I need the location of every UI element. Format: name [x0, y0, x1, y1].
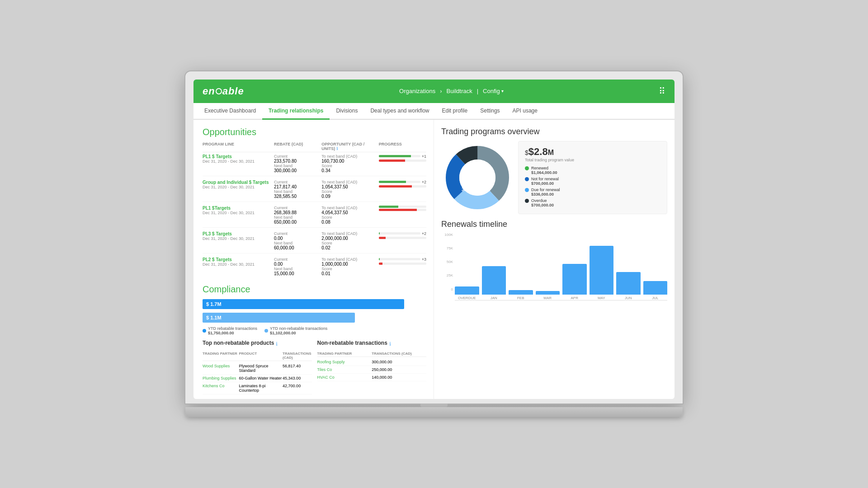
- nav-buildtrack[interactable]: Buildtrack: [447, 88, 472, 94]
- prog-date-5: Dec 31, 2020 - Dec 30, 2021: [203, 262, 274, 267]
- tp-legend-due-renewal: Due for renewal $336,000.00: [525, 188, 660, 197]
- dot-due-renewal: [525, 188, 529, 192]
- donut-area: 12% 25% 38% 25% $$2.8M: [441, 141, 667, 214]
- legend-ytd-non-rebatable: YTD non-rebatable transactions $1,102,00…: [264, 326, 327, 335]
- tab-trading-relationships[interactable]: Trading relationships: [262, 103, 330, 120]
- tp-legend-overdue: Overdue $700,000.00: [525, 198, 660, 207]
- svg-text:25%: 25%: [480, 186, 489, 191]
- legend-ytd-rebatable: YTD rebatable transactions $1,750,000.00: [203, 326, 257, 335]
- non-reb-row-1: Roofing Supply 300,000.00: [317, 358, 427, 366]
- bar-mar-fill: [536, 291, 560, 295]
- top-reb-row-2: Plumbing Supplies 60-Gallon Water Heater…: [203, 375, 312, 382]
- bar-chart: 100K 75K 50K 25K 0: [441, 233, 667, 305]
- prog-name-3[interactable]: PL1 $Targets: [203, 206, 274, 211]
- main-content: Opportunities PROGRAM LINE REBATE (CAD) …: [193, 120, 675, 399]
- comp-bar-1: $ 1.7M: [203, 299, 404, 309]
- bar-feb-fill: [509, 290, 533, 295]
- opp-row-5: PL2 $ Targets Dec 31, 2020 - Dec 30, 202…: [203, 257, 426, 279]
- compliance-section: Compliance $ 1.7M $ 1.1M: [203, 284, 426, 335]
- prog-date-1: Dec 31, 2020 - Dec 30, 2021: [203, 159, 274, 164]
- info-icon-top[interactable]: ℹ: [276, 341, 278, 347]
- prog-name-2[interactable]: Group and Individual $ Targets: [203, 180, 274, 185]
- top-reb-row-1: Wood Supplies Plywood Spruce Standard 56…: [203, 362, 312, 375]
- prog-name-1[interactable]: PL1 $ Targets: [203, 154, 274, 159]
- dot-renewed: [525, 166, 529, 170]
- bar-overdue: OVERDUE: [455, 286, 479, 300]
- bar-jun-fill: [616, 272, 641, 295]
- opp-table-header: PROGRAM LINE REBATE (CAD) OPPORTUNITY (C…: [203, 142, 426, 152]
- grid-icon[interactable]: ⠿: [659, 86, 665, 97]
- tp-legend-box: $$2.8M Total trading program value Renew…: [518, 141, 667, 214]
- bar-jun: JUN: [616, 272, 641, 300]
- prog-date-4: Dec 31, 2020 - Dec 30, 2021: [203, 236, 274, 241]
- tab-divisions[interactable]: Divisions: [330, 103, 364, 120]
- dot-not-renewal: [525, 177, 529, 181]
- tp-legend-not-for-renewal: Not for renewal $700,000.00: [525, 177, 660, 186]
- bar-apr-fill: [562, 264, 587, 295]
- svg-text:38%: 38%: [462, 187, 471, 192]
- compliance-title: Compliance: [203, 284, 426, 295]
- tp-total: $$2.8M: [525, 146, 660, 158]
- col-progress: PROGRESS: [379, 142, 426, 151]
- non-reb-row-2: Tiles Co 250,000.00: [317, 366, 427, 374]
- tp-legend-renewed: Renewed $1,064,000.00: [525, 166, 660, 175]
- non-rebatable-transactions: Non-rebatable transactions ℹ TRADING PAR…: [317, 340, 427, 394]
- header-nav: Organizations › Buildtrack | Config▾: [244, 88, 659, 94]
- right-panel: Trading programs overview: [434, 120, 675, 399]
- prog-bar-green-1: [379, 155, 420, 157]
- legend-dot-blue: [203, 329, 206, 333]
- app-header: enable Organizations › Buildtrack | Conf…: [193, 80, 675, 103]
- tab-deal-types[interactable]: Deal types and workflow: [364, 103, 435, 120]
- top-non-rebatable: Top non-rebatable products ℹ TRADING PAR…: [203, 340, 312, 394]
- breadcrumb-sep: ›: [440, 88, 442, 94]
- col-program-line: PROGRAM LINE: [203, 142, 274, 151]
- comp-bar-row-2: $ 1.1M: [203, 313, 426, 323]
- nav-organizations[interactable]: Organizations: [399, 88, 435, 94]
- tab-api-usage[interactable]: API usage: [506, 103, 544, 120]
- y-axis: 100K 75K 50K 25K 0: [441, 233, 455, 300]
- prog-name-4[interactable]: PL3 $ Targets: [203, 231, 274, 236]
- non-reb-header: TRADING PARTNER TRANSACTIONS (CAD): [317, 352, 427, 357]
- dot-overdue: [525, 199, 529, 203]
- bar-mar: MAR: [536, 291, 560, 300]
- prog-name-5[interactable]: PL2 $ Targets: [203, 257, 274, 262]
- prog-date-2: Dec 31, 2020 - Dec 30, 2021: [203, 185, 274, 189]
- top-non-rebatable-title: Top non-rebatable products: [203, 340, 274, 346]
- top-reb-row-3: Kitchens Co Laminates 8-pi Countertop 42…: [203, 382, 312, 394]
- opp-row-3: PL1 $Targets Dec 31, 2020 - Dec 30, 2021…: [203, 206, 426, 228]
- svg-text:12%: 12%: [471, 163, 480, 168]
- opportunities-title: Opportunities: [203, 127, 426, 137]
- info-icon-non-reb[interactable]: ℹ: [389, 341, 391, 347]
- logo: enable: [203, 85, 244, 97]
- opportunities-table: PROGRAM LINE REBATE (CAD) OPPORTUNITY (C…: [203, 142, 426, 279]
- tab-edit-profile[interactable]: Edit profile: [436, 103, 474, 120]
- bar-may-fill: [590, 246, 614, 295]
- tab-executive-dashboard[interactable]: Executive Dashboard: [198, 103, 262, 120]
- nav-config[interactable]: Config▾: [483, 88, 504, 94]
- two-col-section: Top non-rebatable products ℹ TRADING PAR…: [203, 340, 426, 394]
- trading-programs-title: Trading programs overview: [441, 127, 667, 136]
- tab-settings[interactable]: Settings: [474, 103, 506, 120]
- prog-date-3: Dec 31, 2020 - Dec 30, 2021: [203, 211, 274, 215]
- svg-text:25%: 25%: [486, 176, 495, 181]
- comp-bar-row-1: $ 1.7M: [203, 299, 426, 309]
- bar-apr: APR: [562, 264, 587, 300]
- laptop-notch: [420, 404, 448, 407]
- opp-row-2: Group and Individual $ Targets Dec 31, 2…: [203, 180, 426, 202]
- tp-subtitle: Total trading program value: [525, 158, 660, 162]
- non-reb-title: Non-rebatable transactions: [317, 340, 387, 346]
- comp-bar-2: $ 1.1M: [203, 313, 355, 323]
- laptop-base: [185, 407, 683, 417]
- trading-programs: Trading programs overview: [441, 127, 667, 214]
- col-rebate: REBATE (CAD): [274, 142, 321, 151]
- legend-dot-lightblue: [264, 329, 268, 333]
- config-arrow-icon: ▾: [501, 89, 504, 94]
- non-reb-row-3: HVAC Co 140,000.00: [317, 374, 427, 381]
- bar-jan-fill: [482, 266, 506, 295]
- bars-container: OVERDUE JAN FEB: [455, 233, 667, 300]
- bar-may: MAY: [590, 246, 614, 300]
- top-non-reb-header: TRADING PARTNER PRODUCT TRANSACTIONS (CA…: [203, 352, 312, 361]
- nav-divider: |: [477, 88, 478, 94]
- bar-jul-fill: [643, 281, 668, 295]
- donut-chart: 12% 25% 38% 25%: [441, 141, 514, 214]
